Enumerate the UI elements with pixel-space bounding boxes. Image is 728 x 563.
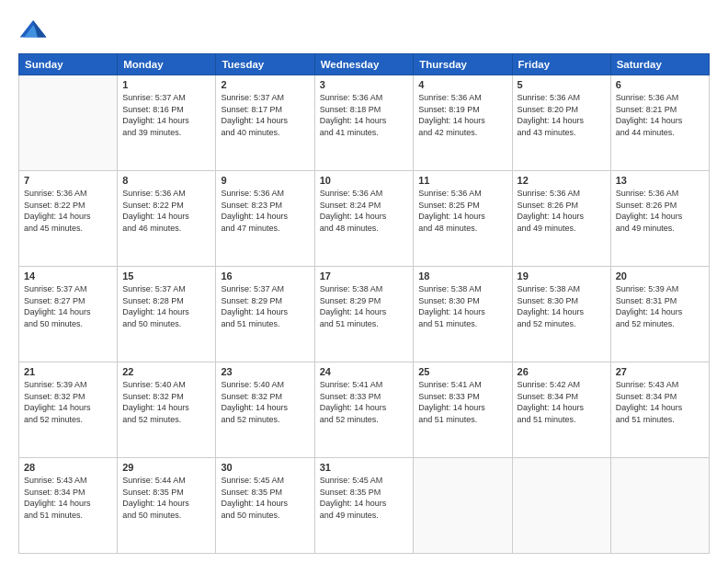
day-info: Sunrise: 5:37 AM Sunset: 8:17 PM Dayligh… <box>221 92 309 138</box>
calendar-cell: 17Sunrise: 5:38 AM Sunset: 8:29 PM Dayli… <box>314 267 414 362</box>
day-number: 15 <box>122 270 210 282</box>
calendar-cell: 11Sunrise: 5:36 AM Sunset: 8:25 PM Dayli… <box>414 171 512 267</box>
day-number: 30 <box>221 462 309 473</box>
day-info: Sunrise: 5:37 AM Sunset: 8:28 PM Dayligh… <box>122 283 210 329</box>
calendar-cell: 14Sunrise: 5:37 AM Sunset: 8:27 PM Dayli… <box>19 267 118 362</box>
calendar-cell: 1Sunrise: 5:37 AM Sunset: 8:16 PM Daylig… <box>118 75 216 171</box>
calendar-week-row: 14Sunrise: 5:37 AM Sunset: 8:27 PM Dayli… <box>19 267 710 362</box>
calendar-cell <box>414 458 512 554</box>
day-number: 28 <box>24 462 112 473</box>
calendar-cell: 6Sunrise: 5:36 AM Sunset: 8:21 PM Daylig… <box>610 75 709 171</box>
day-info: Sunrise: 5:37 AM Sunset: 8:16 PM Dayligh… <box>122 92 210 138</box>
calendar-week-row: 21Sunrise: 5:39 AM Sunset: 8:32 PM Dayli… <box>19 362 710 458</box>
header <box>18 17 710 46</box>
day-number: 11 <box>418 175 506 186</box>
day-number: 23 <box>221 366 309 377</box>
day-number: 27 <box>616 366 704 377</box>
weekday-header: Saturday <box>610 54 709 75</box>
calendar-cell <box>19 75 118 171</box>
day-info: Sunrise: 5:43 AM Sunset: 8:34 PM Dayligh… <box>616 379 704 425</box>
day-number: 5 <box>518 79 606 90</box>
day-number: 12 <box>518 175 606 186</box>
day-info: Sunrise: 5:38 AM Sunset: 8:30 PM Dayligh… <box>518 283 606 329</box>
day-number: 14 <box>24 270 112 282</box>
weekday-header: Friday <box>512 54 610 75</box>
day-number: 25 <box>418 366 506 377</box>
calendar-week-row: 1Sunrise: 5:37 AM Sunset: 8:16 PM Daylig… <box>19 75 710 171</box>
day-number: 20 <box>616 270 704 282</box>
calendar-header-row: SundayMondayTuesdayWednesdayThursdayFrid… <box>19 54 710 75</box>
calendar-cell: 15Sunrise: 5:37 AM Sunset: 8:28 PM Dayli… <box>118 267 216 362</box>
day-number: 9 <box>221 175 309 186</box>
day-info: Sunrise: 5:38 AM Sunset: 8:29 PM Dayligh… <box>320 283 409 329</box>
calendar-cell: 28Sunrise: 5:43 AM Sunset: 8:34 PM Dayli… <box>19 458 118 554</box>
calendar-cell: 16Sunrise: 5:37 AM Sunset: 8:29 PM Dayli… <box>216 267 314 362</box>
day-number: 10 <box>320 175 409 186</box>
day-number: 26 <box>518 366 606 377</box>
weekday-header: Sunday <box>19 54 118 75</box>
calendar-cell: 7Sunrise: 5:36 AM Sunset: 8:22 PM Daylig… <box>19 171 118 267</box>
day-number: 19 <box>518 270 606 282</box>
day-number: 8 <box>122 175 210 186</box>
logo <box>18 17 51 46</box>
day-number: 7 <box>24 175 112 186</box>
day-info: Sunrise: 5:41 AM Sunset: 8:33 PM Dayligh… <box>418 379 506 425</box>
weekday-header: Wednesday <box>314 54 414 75</box>
calendar-cell: 22Sunrise: 5:40 AM Sunset: 8:32 PM Dayli… <box>118 362 216 458</box>
calendar-cell: 12Sunrise: 5:36 AM Sunset: 8:26 PM Dayli… <box>512 171 610 267</box>
day-number: 21 <box>24 366 112 377</box>
day-info: Sunrise: 5:38 AM Sunset: 8:30 PM Dayligh… <box>418 283 506 329</box>
weekday-header: Monday <box>118 54 216 75</box>
day-number: 17 <box>320 270 409 282</box>
calendar: SundayMondayTuesdayWednesdayThursdayFrid… <box>18 53 710 554</box>
weekday-header: Tuesday <box>216 54 314 75</box>
calendar-week-row: 28Sunrise: 5:43 AM Sunset: 8:34 PM Dayli… <box>19 458 710 554</box>
day-info: Sunrise: 5:36 AM Sunset: 8:23 PM Dayligh… <box>221 188 309 234</box>
calendar-cell: 10Sunrise: 5:36 AM Sunset: 8:24 PM Dayli… <box>314 171 414 267</box>
day-info: Sunrise: 5:36 AM Sunset: 8:20 PM Dayligh… <box>518 92 606 138</box>
day-info: Sunrise: 5:45 AM Sunset: 8:35 PM Dayligh… <box>221 475 309 521</box>
calendar-cell: 30Sunrise: 5:45 AM Sunset: 8:35 PM Dayli… <box>216 458 314 554</box>
calendar-cell <box>610 458 709 554</box>
calendar-cell: 9Sunrise: 5:36 AM Sunset: 8:23 PM Daylig… <box>216 171 314 267</box>
calendar-cell: 18Sunrise: 5:38 AM Sunset: 8:30 PM Dayli… <box>414 267 512 362</box>
day-info: Sunrise: 5:36 AM Sunset: 8:19 PM Dayligh… <box>418 92 506 138</box>
calendar-cell: 20Sunrise: 5:39 AM Sunset: 8:31 PM Dayli… <box>610 267 709 362</box>
day-number: 13 <box>616 175 704 186</box>
day-info: Sunrise: 5:39 AM Sunset: 8:31 PM Dayligh… <box>616 283 704 329</box>
day-info: Sunrise: 5:39 AM Sunset: 8:32 PM Dayligh… <box>24 379 112 425</box>
calendar-cell <box>512 458 610 554</box>
calendar-cell: 19Sunrise: 5:38 AM Sunset: 8:30 PM Dayli… <box>512 267 610 362</box>
day-number: 6 <box>616 79 704 90</box>
day-info: Sunrise: 5:36 AM Sunset: 8:26 PM Dayligh… <box>518 188 606 234</box>
day-number: 16 <box>221 270 309 282</box>
day-number: 4 <box>418 79 506 90</box>
page: SundayMondayTuesdayWednesdayThursdayFrid… <box>0 0 728 563</box>
day-info: Sunrise: 5:44 AM Sunset: 8:35 PM Dayligh… <box>122 475 210 521</box>
calendar-cell: 23Sunrise: 5:40 AM Sunset: 8:32 PM Dayli… <box>216 362 314 458</box>
day-number: 1 <box>122 79 210 90</box>
day-info: Sunrise: 5:45 AM Sunset: 8:35 PM Dayligh… <box>320 475 409 521</box>
calendar-cell: 25Sunrise: 5:41 AM Sunset: 8:33 PM Dayli… <box>414 362 512 458</box>
calendar-cell: 5Sunrise: 5:36 AM Sunset: 8:20 PM Daylig… <box>512 75 610 171</box>
calendar-cell: 2Sunrise: 5:37 AM Sunset: 8:17 PM Daylig… <box>216 75 314 171</box>
day-info: Sunrise: 5:36 AM Sunset: 8:26 PM Dayligh… <box>616 188 704 234</box>
calendar-cell: 21Sunrise: 5:39 AM Sunset: 8:32 PM Dayli… <box>19 362 118 458</box>
day-number: 22 <box>122 366 210 377</box>
calendar-cell: 31Sunrise: 5:45 AM Sunset: 8:35 PM Dayli… <box>314 458 414 554</box>
day-info: Sunrise: 5:42 AM Sunset: 8:34 PM Dayligh… <box>518 379 606 425</box>
calendar-cell: 13Sunrise: 5:36 AM Sunset: 8:26 PM Dayli… <box>610 171 709 267</box>
day-info: Sunrise: 5:36 AM Sunset: 8:22 PM Dayligh… <box>24 188 112 234</box>
calendar-cell: 26Sunrise: 5:42 AM Sunset: 8:34 PM Dayli… <box>512 362 610 458</box>
calendar-cell: 29Sunrise: 5:44 AM Sunset: 8:35 PM Dayli… <box>118 458 216 554</box>
day-info: Sunrise: 5:40 AM Sunset: 8:32 PM Dayligh… <box>221 379 309 425</box>
day-info: Sunrise: 5:40 AM Sunset: 8:32 PM Dayligh… <box>122 379 210 425</box>
calendar-week-row: 7Sunrise: 5:36 AM Sunset: 8:22 PM Daylig… <box>19 171 710 267</box>
weekday-header: Thursday <box>414 54 512 75</box>
calendar-cell: 4Sunrise: 5:36 AM Sunset: 8:19 PM Daylig… <box>414 75 512 171</box>
day-number: 31 <box>320 462 409 473</box>
day-info: Sunrise: 5:36 AM Sunset: 8:24 PM Dayligh… <box>320 188 409 234</box>
day-number: 18 <box>418 270 506 282</box>
day-number: 24 <box>320 366 409 377</box>
day-info: Sunrise: 5:43 AM Sunset: 8:34 PM Dayligh… <box>24 475 112 521</box>
